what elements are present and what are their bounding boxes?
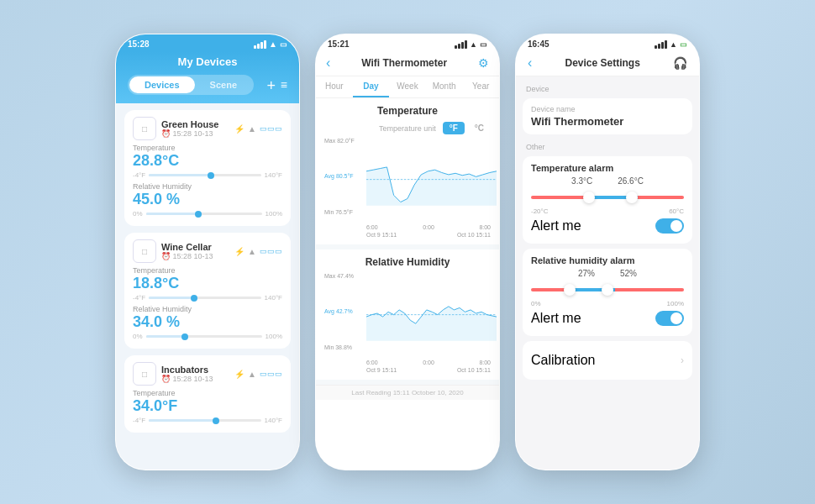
headset-icon[interactable]: 🎧 — [673, 56, 687, 70]
tab-scene[interactable]: Scene — [195, 76, 252, 93]
status-icons-3: ▲ ▭ — [655, 40, 687, 49]
back-button-2[interactable]: ‹ — [326, 55, 330, 71]
status-bar-2: 15:21 ▲ ▭ — [316, 34, 499, 52]
svg-marker-1 — [366, 167, 497, 206]
tab-week[interactable]: Week — [389, 76, 426, 97]
signal-icon — [254, 40, 266, 49]
device-name-label: Device name — [531, 105, 684, 113]
settings-other-section: Other Temperature alarm 3.3°C 26.6°C -20… — [523, 141, 692, 380]
device-card-winecellar[interactable]: □ Wine Cellar ⏰ 15:28 10-13 ⚡ ▲ ▭▭▭ Temp… — [124, 233, 291, 349]
hum-alarm-slider[interactable] — [531, 281, 684, 298]
calibration-label: Calibration — [531, 353, 595, 368]
battery-icon-2: ▭ — [480, 40, 487, 49]
hum-date-1: Oct 10 15:11 — [457, 367, 491, 373]
calibration-card[interactable]: Calibration › — [523, 341, 692, 380]
hum-toggle-thumb — [670, 312, 682, 324]
device-info: □ Green House ⏰ 15:28 10-13 — [133, 117, 218, 140]
temp-track-1[interactable] — [149, 174, 260, 176]
hum-alarm-range: 0% 100% — [531, 300, 684, 307]
tab-year[interactable]: Year — [462, 76, 499, 97]
settings-content: Device Device name Wifi Thermometer Othe… — [516, 76, 699, 470]
hum-slider-2: 0% 100% — [133, 333, 282, 340]
tab-hour[interactable]: Hour — [316, 76, 353, 97]
device-icon: □ — [133, 117, 156, 140]
hum-min-label: Min 38.8% — [324, 344, 352, 350]
hum-alarm-values: 27% 52% — [531, 269, 684, 278]
temp-x-label-2: 8:00 — [479, 224, 491, 230]
time-tabs: Hour Day Week Month Year — [316, 76, 499, 98]
temp-alarm-card: Temperature alarm 3.3°C 26.6°C -20°C 60°… — [523, 156, 692, 244]
temp-alert-row: Alert me — [531, 218, 684, 234]
temp-alert-toggle[interactable] — [655, 218, 684, 234]
time-2: 15:21 — [328, 39, 350, 49]
temp-label-2: Temperature — [133, 266, 282, 275]
device-badges-2: ⚡ ▲ ▭▭▭ — [234, 247, 282, 256]
phone-my-devices: 15:28 ▲ ▭ My Devices + Devices Scene ≡ — [115, 34, 300, 470]
temp-alarm-thumb-left[interactable] — [583, 192, 595, 203]
hum-track-2[interactable] — [146, 335, 262, 338]
temp-slider-2: -4°F 140°F — [133, 294, 282, 302]
signal-icon-3 — [655, 40, 667, 49]
temp-max-label: Max 82.0°F — [324, 138, 355, 144]
temp-max-2: 140°F — [265, 294, 282, 302]
status-bar-3: 16:45 ▲ ▭ — [516, 34, 699, 52]
temp-track-2[interactable] — [149, 297, 260, 299]
unit-f-button[interactable]: °F — [443, 122, 465, 134]
hum-track-1[interactable] — [146, 213, 262, 215]
temp-value-2: 18.8°C — [133, 275, 282, 292]
hum-date-0: Oct 9 15:11 — [366, 367, 397, 373]
add-device-button[interactable]: + — [266, 77, 276, 95]
tab-month[interactable]: Month — [426, 76, 463, 97]
temp-min-2: -4°F — [133, 294, 145, 302]
temp-max-1: 140°F — [265, 171, 282, 179]
temp-track-3[interactable] — [149, 419, 260, 422]
temp-chart-area: Max 82.0°F Avg 80.5°F Min 76.5°F 6:00 0:… — [324, 138, 491, 230]
header-title-2: Wifi Thermometer — [361, 57, 447, 69]
device-info-3: □ Incubators ⏰ 15:28 10-13 — [133, 362, 213, 386]
temp-min-label: Min 76.5°F — [324, 209, 353, 215]
unit-c-button[interactable]: °C — [468, 122, 491, 134]
battery-badge-icon: ▭▭▭ — [260, 124, 282, 133]
temp-alarm-slider[interactable] — [531, 189, 684, 206]
bluetooth-icon-2: ⚡ — [234, 247, 244, 256]
tab-day[interactable]: Day — [353, 76, 390, 97]
back-button-3[interactable]: ‹ — [528, 55, 532, 71]
hum-alert-label: Alert me — [531, 311, 581, 326]
temp-label-3: Temperature — [133, 389, 282, 397]
temp-alarm-max: 60°C — [669, 207, 684, 215]
device-name-card: Device name Wifi Thermometer — [523, 98, 692, 134]
phone-settings: 16:45 ▲ ▭ ‹ Device Settings 🎧 Device Dev… — [515, 34, 700, 470]
temp-max-3: 140°F — [265, 417, 282, 424]
hum-chart-svg — [366, 280, 497, 347]
device-badges-3: ⚡ ▲ ▭▭▭ — [234, 370, 282, 379]
signal-icon-2 — [455, 40, 467, 49]
device-card-incubators[interactable]: □ Incubators ⏰ 15:28 10-13 ⚡ ▲ ▭▭▭ Tempe… — [124, 355, 291, 433]
hum-alarm-thumb-right[interactable] — [602, 284, 613, 296]
temp-date-1: Oct 10 15:11 — [457, 232, 491, 238]
settings-title: Device Settings — [565, 57, 639, 69]
gear-icon[interactable]: ⚙ — [478, 56, 489, 70]
hum-alarm-thumb-left[interactable] — [564, 284, 576, 296]
temp-slider-1: -4°F 140°F — [133, 171, 282, 179]
tab-devices[interactable]: Devices — [129, 76, 195, 93]
temp-x-labels: 6:00 0:00 8:00 — [366, 224, 491, 230]
temp-alarm-thumb-right[interactable] — [626, 192, 638, 203]
phone3-header: ‹ Device Settings 🎧 — [516, 52, 699, 76]
temp-x-label-1: 0:00 — [423, 224, 434, 230]
hum-alert-toggle[interactable] — [655, 311, 684, 326]
status-bar-1: 15:28 ▲ ▭ — [116, 34, 299, 52]
battery-icon: ▭ — [280, 40, 287, 49]
hum-x-label-1: 0:00 — [423, 360, 434, 365]
hum-chart-title: Relative Humidity — [324, 256, 491, 268]
battery-icon-3: ▭ — [680, 40, 687, 49]
hum-avg-label: Avg 42.7% — [324, 308, 353, 314]
phone-charts: 15:21 ▲ ▭ ‹ Wifi Thermometer ⚙ Hour Day … — [315, 34, 500, 470]
hum-alarm-right: 52% — [620, 269, 637, 278]
device-card-greenhouse[interactable]: □ Green House ⏰ 15:28 10-13 ⚡ ▲ ▭▭▭ Temp… — [124, 110, 291, 226]
settings-device-section: Device Device name Wifi Thermometer — [523, 83, 692, 134]
menu-icon[interactable]: ≡ — [281, 78, 287, 92]
temp-alarm-values: 3.3°C 26.6°C — [531, 176, 684, 186]
device-time-2: ⏰ 15:28 10-13 — [161, 252, 213, 260]
temp-alert-label: Alert me — [531, 218, 581, 234]
hum-chart-area: Max 47.4% Avg 42.7% Min 38.8% 6:00 0:00 … — [324, 273, 491, 365]
